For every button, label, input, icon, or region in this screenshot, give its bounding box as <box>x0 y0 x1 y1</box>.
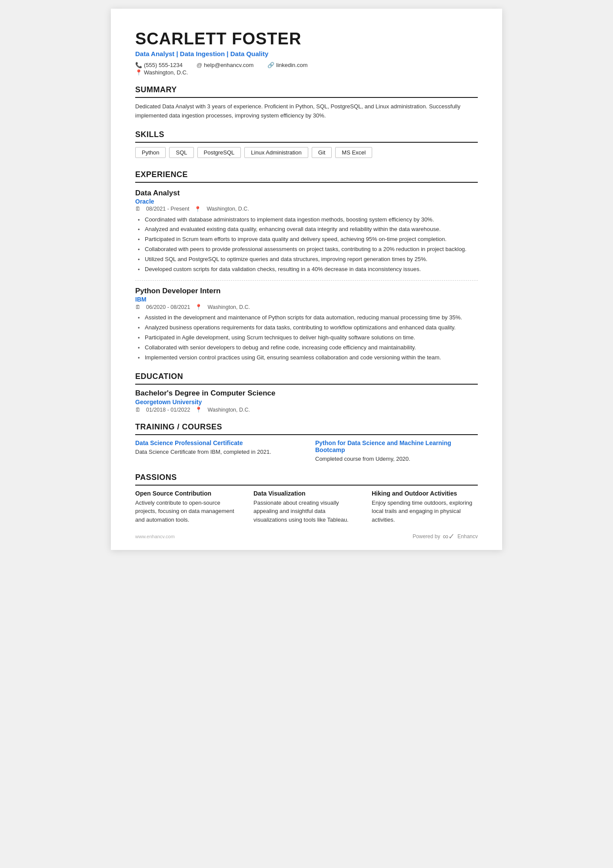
education-divider <box>135 384 478 385</box>
bullet-dot: • <box>138 334 142 343</box>
linkedin-text: linkedin.com <box>276 62 307 68</box>
job-loc-icon: 📍 <box>194 206 201 212</box>
location-icon: 📍 <box>135 69 142 76</box>
footer: www.enhancv.com Powered by ∞✓ Enhancv <box>135 532 478 541</box>
education-degree: Bachelor's Degree in Computer Science <box>135 389 478 398</box>
job-bullet: • Collaborated with senior developers to… <box>138 343 478 353</box>
job-bullet: • Coordinated with database administrato… <box>138 215 478 225</box>
bullet-text: Implemented version control practices us… <box>145 353 441 362</box>
job-date: 06/2020 - 08/2021 <box>146 304 190 310</box>
passion-title: Open Source Contribution <box>135 490 241 497</box>
job-bullets: • Assisted in the development and mainte… <box>138 313 478 362</box>
training-section: TRAINING / COURSES Data Science Professi… <box>135 422 478 463</box>
job-bullet: • Participated in Agile development, usi… <box>138 333 478 343</box>
bullet-dot: • <box>138 225 142 235</box>
course-item: Data Science Professional Certificate Da… <box>135 439 298 463</box>
job-loc-icon: 📍 <box>195 304 202 310</box>
phone-icon: 📞 <box>135 62 142 68</box>
bullet-text: Utilized SQL and PostgreSQL to optimize … <box>145 255 427 264</box>
header: SCARLETT FOSTER Data Analyst | Data Inge… <box>135 30 478 76</box>
bullet-text: Participated in Agile development, using… <box>145 333 415 342</box>
summary-section: SUMMARY Dedicated Data Analyst with 3 ye… <box>135 85 478 121</box>
phone-text: (555) 555-1234 <box>144 62 183 68</box>
passion-desc: Actively contribute to open-source proje… <box>135 499 241 524</box>
location-row: 📍 Washington, D.C. <box>135 69 478 76</box>
job-bullet: • Assisted in the development and mainte… <box>138 313 478 323</box>
bullet-text: Collaborated with senior developers to d… <box>145 343 416 352</box>
education-date: 01/2018 - 01/2022 <box>146 407 190 413</box>
bullet-dot: • <box>138 354 142 363</box>
phone-item: 📞 (555) 555-1234 <box>135 62 183 68</box>
course-desc: Completed course from Udemy, 2020. <box>315 455 478 463</box>
skills-row: PythonSQLPostgreSQLLinux AdministrationG… <box>135 147 478 161</box>
job-title: Python Developer Intern <box>135 287 478 295</box>
experience-divider <box>135 182 478 183</box>
contact-row: 📞 (555) 555-1234 @ help@enhancv.com 🔗 li… <box>135 62 478 68</box>
education-school: Georgetown University <box>135 399 478 406</box>
location-text: Washington, D.C. <box>144 69 188 76</box>
passion-title: Hiking and Outdoor Activities <box>372 490 478 497</box>
course-desc: Data Science Certificate from IBM, compl… <box>135 448 298 456</box>
job-location: Washington, D.C. <box>207 206 249 212</box>
passion-item: Hiking and Outdoor Activities Enjoy spen… <box>372 490 478 524</box>
education-meta: 🗓 01/2018 - 01/2022 📍 Washington, D.C. <box>135 406 478 413</box>
passions-grid: Open Source Contribution Actively contri… <box>135 490 478 524</box>
bullet-text: Coordinated with database administrators… <box>145 215 434 225</box>
bullet-dot: • <box>138 216 142 225</box>
bullet-dot: • <box>138 245 142 255</box>
training-title: TRAINING / COURSES <box>135 422 478 432</box>
email-text: help@enhancv.com <box>204 62 253 68</box>
job-calendar-icon: 🗓 <box>135 304 141 310</box>
passions-section: PASSIONS Open Source Contribution Active… <box>135 473 478 524</box>
education-section: EDUCATION Bachelor's Degree in Computer … <box>135 372 478 413</box>
job-bullet: • Analyzed business operations requireme… <box>138 323 478 333</box>
powered-by-text: Powered by <box>413 533 440 540</box>
skills-divider <box>135 142 478 143</box>
bullet-text: Developed custom scripts for data valida… <box>145 265 421 274</box>
passion-item: Open Source Contribution Actively contri… <box>135 490 241 524</box>
linkedin-item: 🔗 linkedin.com <box>267 62 307 68</box>
job-bullets: • Coordinated with database administrato… <box>138 215 478 275</box>
bullet-dot: • <box>138 314 142 323</box>
passion-desc: Passionate about creating visually appea… <box>253 499 360 524</box>
job-bullet: • Analyzed and evaluated existing data q… <box>138 225 478 235</box>
education-calendar-icon: 🗓 <box>135 407 141 413</box>
enhancv-logo: Powered by ∞✓ Enhancv <box>413 532 478 541</box>
logo-mark: ∞✓ <box>443 532 455 541</box>
training-divider <box>135 434 478 435</box>
passion-title: Data Visualization <box>253 490 360 497</box>
education-title: EDUCATION <box>135 372 478 381</box>
course-title: Data Science Professional Certificate <box>135 439 298 446</box>
passion-item: Data Visualization Passionate about crea… <box>253 490 360 524</box>
job-bullet: • Implemented version control practices … <box>138 353 478 363</box>
skills-title: SKILLS <box>135 130 478 139</box>
bullet-dot: • <box>138 324 142 333</box>
job-separator <box>135 280 478 281</box>
skill-tag: PostgreSQL <box>197 147 241 158</box>
skills-section: SKILLS PythonSQLPostgreSQLLinux Administ… <box>135 130 478 161</box>
skill-tag: MS Excel <box>335 147 372 158</box>
courses-grid: Data Science Professional Certificate Da… <box>135 439 478 463</box>
candidate-title: Data Analyst | Data Ingestion | Data Qua… <box>135 50 478 57</box>
company-name: IBM <box>135 296 478 303</box>
passions-divider <box>135 485 478 486</box>
job-bullet: • Utilized SQL and PostgreSQL to optimiz… <box>138 255 478 265</box>
job-bullet: • Developed custom scripts for data vali… <box>138 265 478 275</box>
footer-website: www.enhancv.com <box>135 534 175 539</box>
summary-text: Dedicated Data Analyst with 3 years of e… <box>135 102 478 121</box>
location-item: 📍 Washington, D.C. <box>135 69 188 76</box>
candidate-name: SCARLETT FOSTER <box>135 30 478 48</box>
bullet-text: Analyzed business operations requirement… <box>145 323 456 332</box>
bullet-text: Participated in Scrum team efforts to im… <box>145 235 446 244</box>
education-loc-icon: 📍 <box>195 406 202 413</box>
job-date: 08/2021 - Present <box>146 206 189 212</box>
job-title: Data Analyst <box>135 189 478 198</box>
bullet-dot: • <box>138 235 142 245</box>
job-calendar-icon: 🗓 <box>135 206 141 212</box>
experience-title: EXPERIENCE <box>135 170 478 179</box>
bullet-dot: • <box>138 344 142 353</box>
email-icon: @ <box>197 62 202 68</box>
passion-desc: Enjoy spending time outdoors, exploring … <box>372 499 478 524</box>
email-item: @ help@enhancv.com <box>197 62 253 68</box>
course-item: Python for Data Science and Machine Lear… <box>315 439 478 463</box>
